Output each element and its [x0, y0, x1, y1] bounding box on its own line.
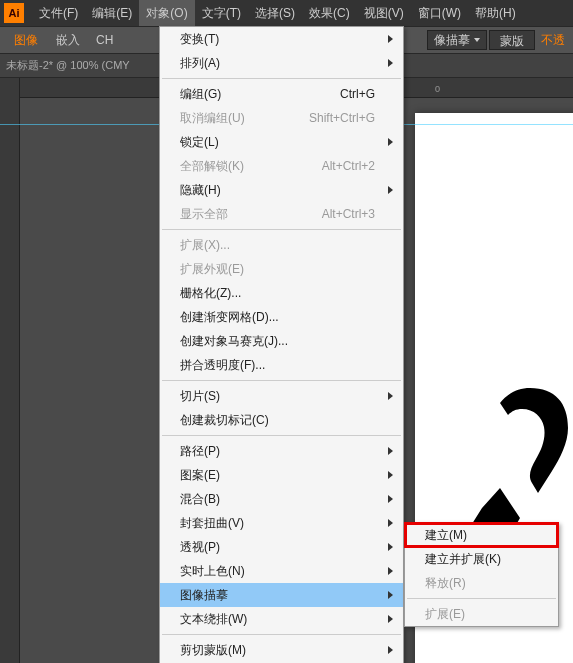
menubar: Ai 文件(F)编辑(E)对象(O)文字(T)选择(S)效果(C)视图(V)窗口… — [0, 0, 573, 26]
menu-entry[interactable]: 变换(T) — [160, 27, 403, 51]
menu-shortcut: Alt+Ctrl+2 — [322, 159, 375, 173]
submenu-arrow-icon — [388, 543, 393, 551]
app-logo: Ai — [4, 3, 24, 23]
menu-entry-label: 图像描摹 — [180, 587, 228, 604]
submenu-arrow-icon — [388, 646, 393, 654]
menu-shortcut: Alt+Ctrl+3 — [322, 207, 375, 221]
menu-entry[interactable]: 剪切蒙版(M) — [160, 638, 403, 662]
ch-label: CH — [88, 33, 121, 47]
menu-item[interactable]: 窗口(W) — [411, 0, 468, 26]
menu-separator — [162, 435, 401, 436]
menu-entry-label: 显示全部 — [180, 206, 228, 223]
submenu-arrow-icon — [388, 35, 393, 43]
mask-button[interactable]: 蒙版 — [489, 30, 535, 50]
submenu-arrow-icon — [388, 615, 393, 623]
menu-separator — [407, 598, 556, 599]
menu-entry: 释放(R) — [405, 571, 558, 595]
menu-entry[interactable]: 路径(P) — [160, 439, 403, 463]
menu-entry[interactable]: 锁定(L) — [160, 130, 403, 154]
ruler-tick: 0 — [435, 84, 440, 94]
submenu-arrow-icon — [388, 591, 393, 599]
menu-entry-label: 实时上色(N) — [180, 563, 245, 580]
object-menu: 变换(T)排列(A)编组(G)Ctrl+G取消编组(U)Shift+Ctrl+G… — [159, 26, 404, 663]
menu-item[interactable]: 帮助(H) — [468, 0, 523, 26]
menu-entry[interactable]: 透视(P) — [160, 535, 403, 559]
menu-entry[interactable]: 创建渐变网格(D)... — [160, 305, 403, 329]
menu-entry[interactable]: 图案(E) — [160, 463, 403, 487]
menu-entry-label: 封套扭曲(V) — [180, 515, 244, 532]
submenu-arrow-icon — [388, 495, 393, 503]
menu-separator — [162, 229, 401, 230]
menu-entry-label: 剪切蒙版(M) — [180, 642, 246, 659]
trace-dropdown[interactable]: 像描摹 — [427, 30, 487, 50]
menu-item[interactable]: 文字(T) — [195, 0, 248, 26]
menu-separator — [162, 380, 401, 381]
menu-shortcut: Ctrl+G — [340, 87, 375, 101]
menu-entry[interactable]: 排列(A) — [160, 51, 403, 75]
menu-entry-label: 隐藏(H) — [180, 182, 221, 199]
chevron-down-icon — [474, 38, 480, 42]
menu-entry-label: 排列(A) — [180, 55, 220, 72]
menu-entry-label: 文本绕排(W) — [180, 611, 247, 628]
menu-entry: 扩展(X)... — [160, 233, 403, 257]
submenu-arrow-icon — [388, 186, 393, 194]
image-trace-submenu: 建立(M)建立并扩展(K)释放(R)扩展(E) — [404, 522, 559, 627]
menu-item[interactable]: 选择(S) — [248, 0, 302, 26]
menu-entry-label: 栅格化(Z)... — [180, 285, 241, 302]
menu-entry[interactable]: 建立并扩展(K) — [405, 547, 558, 571]
menu-entry-label: 全部解锁(K) — [180, 158, 244, 175]
menu-entry-label: 混合(B) — [180, 491, 220, 508]
menu-entry[interactable]: 创建对象马赛克(J)... — [160, 329, 403, 353]
embed-button[interactable]: 嵌入 — [48, 32, 88, 49]
menu-entry[interactable]: 实时上色(N) — [160, 559, 403, 583]
menu-entry-label: 释放(R) — [425, 575, 466, 592]
image-label: 图像 — [4, 28, 48, 52]
menu-entry-label: 锁定(L) — [180, 134, 219, 151]
menu-item[interactable]: 编辑(E) — [85, 0, 139, 26]
menu-entry[interactable]: 编组(G)Ctrl+G — [160, 82, 403, 106]
submenu-arrow-icon — [388, 567, 393, 575]
menu-entry-label: 取消编组(U) — [180, 110, 245, 127]
menu-entry-label: 变换(T) — [180, 31, 219, 48]
menu-entry-label: 拼合透明度(F)... — [180, 357, 265, 374]
menu-entry[interactable]: 混合(B) — [160, 487, 403, 511]
menu-entry: 取消编组(U)Shift+Ctrl+G — [160, 106, 403, 130]
menu-item[interactable]: 效果(C) — [302, 0, 357, 26]
menu-entry[interactable]: 封套扭曲(V) — [160, 511, 403, 535]
menu-separator — [162, 634, 401, 635]
menu-entry-label: 路径(P) — [180, 443, 220, 460]
submenu-arrow-icon — [388, 447, 393, 455]
submenu-arrow-icon — [388, 392, 393, 400]
menu-entry-label: 编组(G) — [180, 86, 221, 103]
menu-separator — [162, 78, 401, 79]
menu-entry: 全部解锁(K)Alt+Ctrl+2 — [160, 154, 403, 178]
submenu-arrow-icon — [388, 138, 393, 146]
menu-entry: 扩展(E) — [405, 602, 558, 626]
submenu-arrow-icon — [388, 519, 393, 527]
menu-entry[interactable]: 栅格化(Z)... — [160, 281, 403, 305]
menu-entry[interactable]: 文本绕排(W) — [160, 607, 403, 631]
menu-entry[interactable]: 切片(S) — [160, 384, 403, 408]
ruler-vertical — [0, 78, 20, 663]
menu-entry[interactable]: 拼合透明度(F)... — [160, 353, 403, 377]
menu-item[interactable]: 对象(O) — [139, 0, 194, 26]
menu-entry[interactable]: 隐藏(H) — [160, 178, 403, 202]
menu-entry-label: 建立并扩展(K) — [425, 551, 501, 568]
document-tab[interactable]: 未标题-2* @ 100% (CMY — [6, 58, 130, 73]
menu-shortcut: Shift+Ctrl+G — [309, 111, 375, 125]
menu-entry[interactable]: 创建裁切标记(C) — [160, 408, 403, 432]
menu-entry[interactable]: 图像描摹 — [160, 583, 403, 607]
menu-entry-label: 透视(P) — [180, 539, 220, 556]
menu-entry-label: 建立(M) — [425, 527, 467, 544]
menu-entry-label: 扩展外观(E) — [180, 261, 244, 278]
menu-entry-label: 切片(S) — [180, 388, 220, 405]
submenu-arrow-icon — [388, 471, 393, 479]
menu-entry-label: 图案(E) — [180, 467, 220, 484]
menu-item[interactable]: 文件(F) — [32, 0, 85, 26]
opacity-label: 不透 — [537, 32, 569, 49]
menu-entry: 扩展外观(E) — [160, 257, 403, 281]
menu-entry: 显示全部Alt+Ctrl+3 — [160, 202, 403, 226]
menu-entry[interactable]: 建立(M) — [405, 523, 558, 547]
menu-entry-label: 创建对象马赛克(J)... — [180, 333, 288, 350]
menu-item[interactable]: 视图(V) — [357, 0, 411, 26]
